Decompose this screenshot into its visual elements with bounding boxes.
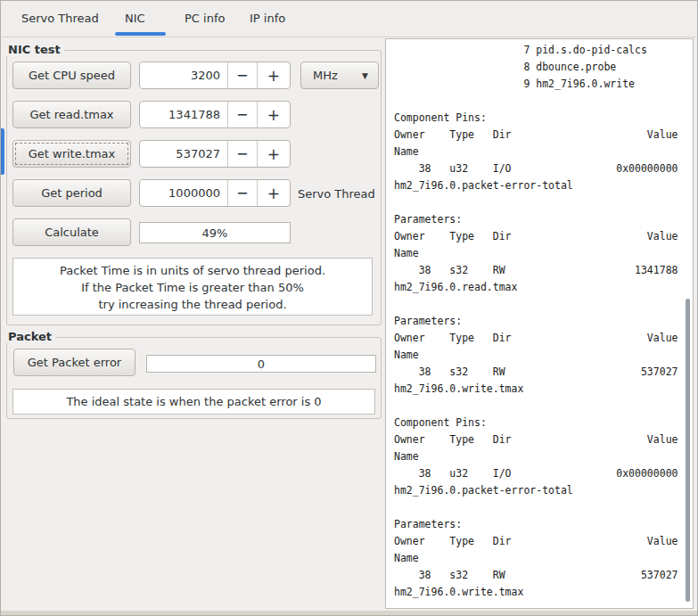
tab-servo-thread[interactable]: Servo Thread: [21, 12, 99, 25]
output-vertical-scrollbar-thumb[interactable]: [686, 299, 690, 602]
hal-output-panel: 7 pid.s.do-pid-calcs 8 dbounce.probe 9 h…: [385, 38, 694, 609]
write-tmax-plus-icon[interactable]: +: [257, 141, 290, 167]
cpu-speed-minus-icon[interactable]: −: [227, 62, 257, 88]
cpu-speed-unit-label: MHz: [301, 69, 338, 82]
packet-time-note: Packet Time is in units of servo thread …: [12, 258, 373, 316]
period-plus-icon[interactable]: +: [257, 180, 290, 206]
tab-nic[interactable]: NIC: [125, 12, 145, 25]
get-cpu-speed-button[interactable]: Get CPU speed: [12, 62, 131, 89]
period-minus-icon[interactable]: −: [227, 180, 257, 206]
packet-time-note-line2: If the Packet Time is greater than 50%: [13, 279, 372, 296]
tab-bar: Servo Thread NIC PC info IP info: [2, 2, 698, 37]
read-tmax-plus-icon[interactable]: +: [257, 102, 290, 127]
chevron-down-icon: ▼: [362, 71, 368, 80]
get-read-tmax-button[interactable]: Get read.tmax: [12, 101, 131, 128]
servo-thread-label: Servo Thread: [298, 187, 375, 201]
packet-time-note-line3: try increasing the thread period.: [13, 296, 372, 313]
window-bottom-edge: [1, 611, 698, 616]
left-scrollbar-thumb[interactable]: [1, 128, 4, 175]
period-input[interactable]: [140, 180, 227, 206]
packet-frame-label: Packet: [6, 330, 55, 343]
packet-error-value: 0: [146, 355, 376, 373]
mesa-nic-window: Servo Thread NIC PC info IP info NIC tes…: [0, 0, 698, 616]
packet-error-note: The ideal state is when the packet error…: [12, 389, 375, 415]
write-tmax-input[interactable]: [140, 141, 227, 167]
get-packet-error-button[interactable]: Get Packet error: [13, 349, 135, 376]
get-period-button[interactable]: Get period: [12, 179, 131, 207]
calculate-button[interactable]: Calculate: [12, 218, 131, 246]
active-tab-underline: [115, 32, 166, 36]
read-tmax-spinbox: − +: [139, 101, 291, 128]
read-tmax-input[interactable]: [140, 102, 227, 127]
get-write-tmax-button[interactable]: Get write.tmax: [12, 140, 131, 168]
hal-output-text: 7 pid.s.do-pid-calcs 8 dbounce.probe 9 h…: [394, 42, 678, 601]
cpu-speed-plus-icon[interactable]: +: [257, 62, 290, 88]
cpu-speed-spinbox: − +: [139, 62, 291, 89]
cpu-speed-unit-combo[interactable]: MHz ▼: [300, 62, 379, 89]
cpu-speed-input[interactable]: [140, 62, 227, 88]
read-tmax-minus-icon[interactable]: −: [227, 102, 257, 127]
packet-time-progress: 49%: [139, 222, 291, 243]
write-tmax-spinbox: − +: [139, 140, 291, 168]
packet-time-note-line1: Packet Time is in units of servo thread …: [13, 262, 372, 279]
nic-test-frame-label: NIC test: [6, 43, 64, 56]
write-tmax-minus-icon[interactable]: −: [227, 141, 257, 167]
period-spinbox: − +: [139, 179, 291, 207]
tab-pc-info[interactable]: PC info: [185, 12, 225, 25]
tab-ip-info[interactable]: IP info: [250, 12, 285, 25]
